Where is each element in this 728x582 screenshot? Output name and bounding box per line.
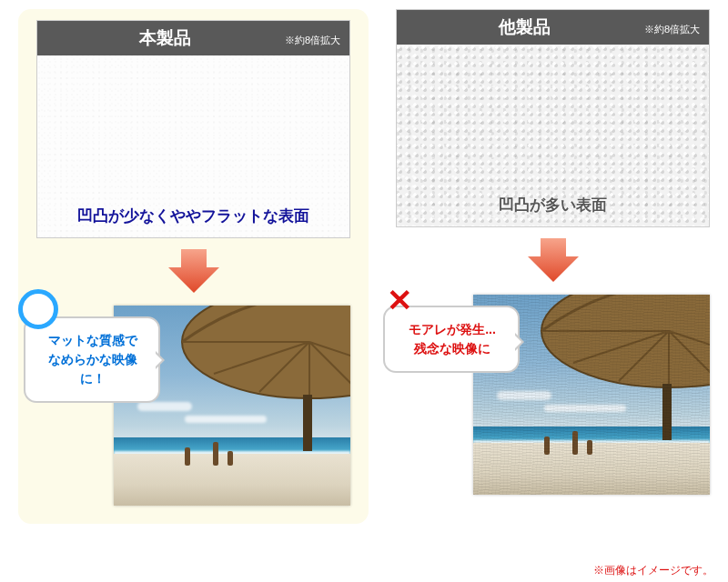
good-circle-icon bbox=[18, 289, 58, 329]
speech-line: 残念な映像に bbox=[414, 341, 490, 356]
panel-header: 本製品 ※約8倍拡大 bbox=[37, 21, 349, 55]
speech-line: マットな質感で bbox=[48, 333, 137, 347]
speech-line: モアレが発生... bbox=[409, 322, 496, 336]
image-disclaimer: ※画像はイメージです。 bbox=[593, 563, 713, 578]
other-product-texture-panel: 他製品 ※約8倍拡大 凹凸が多い表面 bbox=[396, 9, 710, 227]
speech-bubble-bad: ✕ モアレが発生... 残念な映像に bbox=[383, 306, 520, 373]
our-product-texture-panel: 本製品 ※約8倍拡大 凹凸が少なくややフラットな表面 bbox=[36, 20, 350, 238]
svg-rect-2 bbox=[303, 395, 312, 451]
texture-caption: 凹凸が多い表面 bbox=[499, 195, 607, 216]
texture-caption: 凹凸が少なくややフラットな表面 bbox=[77, 206, 309, 226]
zoom-note: ※約8倍拡大 bbox=[644, 23, 700, 36]
comparison-container: 本製品 ※約8倍拡大 凹凸が少なくややフラットな表面 マットな質感で なめらかな… bbox=[0, 0, 728, 533]
umbrella-icon bbox=[159, 306, 350, 451]
down-arrow-icon bbox=[528, 238, 579, 286]
zoom-note: ※約8倍拡大 bbox=[285, 34, 340, 47]
panel-title: 本製品 bbox=[139, 26, 191, 50]
texture-sample-flat: 凹凸が少なくややフラットな表面 bbox=[37, 55, 349, 237]
texture-sample-bumpy: 凹凸が多い表面 bbox=[397, 45, 709, 226]
our-product-column: 本製品 ※約8倍拡大 凹凸が少なくややフラットな表面 マットな質感で なめらかな… bbox=[18, 9, 369, 524]
panel-title: 他製品 bbox=[499, 15, 551, 39]
speech-line: なめらかな映像に！ bbox=[48, 352, 137, 386]
speech-bubble-good: マットな質感で なめらかな映像に！ bbox=[24, 316, 160, 403]
svg-rect-6 bbox=[662, 384, 672, 440]
down-arrow-icon bbox=[168, 249, 219, 296]
result-row: ✕ モアレが発生... 残念な映像に bbox=[396, 295, 710, 495]
result-row: マットな質感で なめらかな映像に！ bbox=[36, 306, 350, 506]
panel-header: 他製品 ※約8倍拡大 bbox=[397, 10, 709, 45]
umbrella-icon bbox=[519, 295, 710, 440]
bad-x-icon: ✕ bbox=[387, 282, 412, 318]
other-product-column: 他製品 ※約8倍拡大 凹凸が多い表面 ✕ モアレが発生... 残念な映像に bbox=[396, 9, 710, 524]
